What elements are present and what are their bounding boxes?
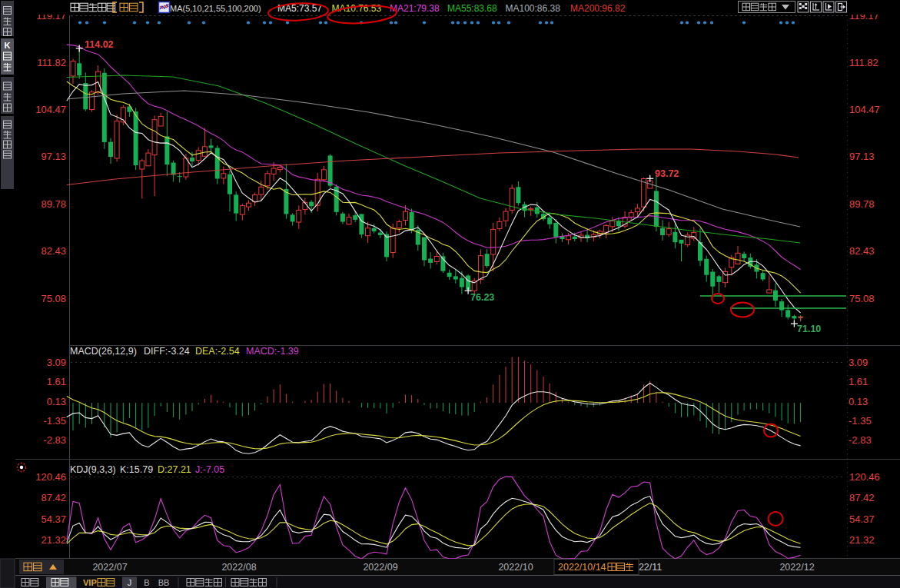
- svg-text:BB: BB: [158, 578, 170, 587]
- svg-text:J: J: [128, 578, 132, 587]
- svg-text:21.32: 21.32: [849, 534, 875, 546]
- svg-text:-1.35: -1.35: [849, 415, 872, 427]
- svg-text:2022/08: 2022/08: [221, 562, 256, 573]
- svg-text:76.23: 76.23: [470, 292, 494, 303]
- svg-text:75.08: 75.08: [41, 293, 66, 304]
- svg-text:KDJ(9,3,3): KDJ(9,3,3): [70, 464, 116, 475]
- svg-text:MA10:76.53: MA10:76.53: [332, 3, 382, 14]
- svg-text:MA(5,10,21,55,100,200): MA(5,10,21,55,100,200): [170, 4, 261, 13]
- svg-text:104.47: 104.47: [849, 104, 880, 115]
- svg-text:75.08: 75.08: [849, 293, 875, 304]
- svg-text:1.61: 1.61: [47, 376, 66, 387]
- svg-text:DEA:-2.54: DEA:-2.54: [195, 346, 240, 357]
- svg-text:97.13: 97.13: [849, 151, 875, 162]
- svg-text:89.78: 89.78: [849, 198, 875, 210]
- svg-text:71.10: 71.10: [797, 324, 821, 334]
- svg-text:114.02: 114.02: [85, 39, 114, 50]
- svg-text:MA200:96.82: MA200:96.82: [570, 3, 626, 14]
- svg-text:54.37: 54.37: [41, 513, 66, 525]
- svg-text:MACD:-1.39: MACD:-1.39: [246, 346, 299, 357]
- svg-text:2022/07: 2022/07: [92, 562, 127, 573]
- svg-text:54.37: 54.37: [849, 513, 875, 525]
- svg-text:97.13: 97.13: [41, 151, 66, 162]
- svg-text:82.43: 82.43: [41, 245, 66, 257]
- svg-text:0.13: 0.13: [849, 396, 868, 407]
- svg-text:21.32: 21.32: [41, 534, 66, 546]
- svg-text:111.82: 111.82: [37, 57, 66, 68]
- svg-text:3.09: 3.09: [849, 357, 868, 368]
- svg-text:K: K: [5, 41, 11, 50]
- svg-text:-2.83: -2.83: [43, 434, 66, 446]
- svg-text:104.47: 104.47: [35, 104, 66, 115]
- svg-text:87.42: 87.42: [849, 492, 875, 503]
- svg-text:-1.35: -1.35: [43, 415, 66, 427]
- svg-text:93.72: 93.72: [655, 168, 679, 179]
- svg-text:B: B: [144, 578, 149, 587]
- svg-text:MACD(26,12,9): MACD(26,12,9): [70, 346, 137, 357]
- svg-text:120.46: 120.46: [35, 471, 66, 483]
- svg-text:MA100:86.38: MA100:86.38: [506, 3, 561, 14]
- svg-text:2022/12: 2022/12: [779, 562, 814, 573]
- svg-text:111.82: 111.82: [849, 57, 878, 68]
- svg-text:82.43: 82.43: [849, 245, 875, 257]
- svg-text:2022/09: 2022/09: [363, 562, 397, 573]
- svg-text:J:-7.05: J:-7.05: [195, 464, 224, 475]
- svg-text:DIFF:-3.24: DIFF:-3.24: [144, 346, 190, 357]
- svg-text:MA55:83.68: MA55:83.68: [447, 3, 497, 14]
- svg-text:1.61: 1.61: [849, 376, 868, 387]
- svg-text:K:15.79: K:15.79: [120, 464, 153, 475]
- svg-text:87.42: 87.42: [41, 492, 66, 503]
- svg-text:D:27.21: D:27.21: [158, 464, 191, 475]
- svg-text:VIP: VIP: [83, 578, 97, 587]
- svg-text:2022/10: 2022/10: [498, 562, 533, 573]
- svg-text:0.13: 0.13: [47, 396, 66, 407]
- svg-text:3.09: 3.09: [47, 357, 66, 368]
- svg-text:2022/10/14: 2022/10/14: [558, 562, 606, 573]
- svg-text:89.78: 89.78: [41, 198, 66, 210]
- svg-text:120.46: 120.46: [849, 471, 880, 483]
- svg-text:-2.83: -2.83: [849, 434, 872, 446]
